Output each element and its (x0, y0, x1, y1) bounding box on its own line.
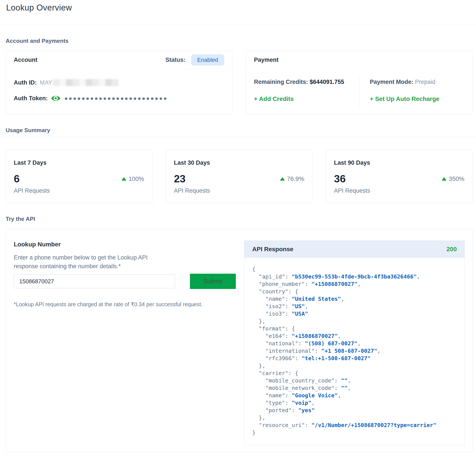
remaining-credits-line: Remaining Credits: $644091.755 (254, 79, 351, 85)
trend-up-icon (280, 177, 285, 181)
try-api-card: Lookup Number Enter a phone number below… (6, 229, 473, 452)
account-payment-row: Account Status: Enabled Auth ID: MAY Aut… (6, 51, 473, 115)
add-credits-button[interactable]: + Add Credits (254, 95, 294, 102)
section-label-usage-summary: Usage Summary (6, 127, 473, 134)
account-card-title: Account (14, 57, 37, 63)
account-status: Status: Enabled (165, 54, 224, 66)
pricing-note: *Lookup API requests are charged at the … (14, 301, 244, 308)
payment-card: Payment Remaining Credits: $644091.755 +… (246, 51, 473, 115)
payment-card-body: Remaining Credits: $644091.755 + Add Cre… (246, 69, 472, 108)
usage-card-unit: API Requests (334, 187, 464, 194)
api-response-json: { "api_id": "b530ec99-553b-4fde-9bcb-4f3… (244, 258, 465, 436)
lookup-form-description: Enter a phone number below to get the Lo… (14, 253, 169, 271)
usage-card-delta-value: 100% (128, 176, 144, 182)
usage-card-title: Last 90 Days (334, 159, 464, 166)
status-label: Status: (165, 57, 186, 63)
payment-card-title: Payment (254, 57, 279, 63)
trend-up-icon (442, 177, 447, 181)
trend-up-icon (121, 177, 126, 181)
usage-card-90-days: Last 90 Days 36 350% API Requests (326, 150, 473, 203)
payment-card-header: Payment (246, 51, 472, 69)
remaining-credits-value: $644091.755 (310, 79, 344, 85)
submit-button[interactable]: Submit (190, 274, 236, 289)
auth-id-label: Auth ID: (14, 79, 37, 86)
payment-mode-label: Payment Mode: (370, 79, 414, 85)
main-content: Account and Payments Account Status: Ena… (0, 38, 476, 452)
auth-token-row: Auth Token: ●●●●●●●●●●●●●●●●●●●●●●●● (14, 94, 224, 102)
usage-card-30-days: Last 30 Days 23 76.9% API Requests (166, 150, 313, 203)
section-label-try-api: Try the API (6, 216, 473, 222)
payment-mode-column: Payment Mode: Prepaid + Set Up Auto Rech… (359, 75, 472, 108)
reveal-token-eye-icon[interactable] (51, 94, 61, 102)
auth-id-row: Auth ID: MAY (14, 79, 224, 86)
usage-cards-row: Last 7 Days 6 100% API Requests Last 30 … (6, 150, 473, 203)
auth-id-redacted-block (53, 79, 119, 86)
setup-auto-recharge-button[interactable]: + Set Up Auto Recharge (370, 95, 440, 102)
account-card-body: Auth ID: MAY Auth Token: ●●●●●●●●●●●●●●●… (6, 69, 232, 102)
page-header: Lookup Overview (0, 0, 476, 25)
section-label-account-payments: Account and Payments (6, 38, 473, 44)
usage-card-title: Last 7 Days (14, 159, 144, 166)
usage-card-value: 36 (334, 173, 346, 185)
usage-divider (0, 137, 476, 137)
http-status-code: 200 (447, 246, 457, 253)
credits-column: Remaining Credits: $644091.755 + Add Cre… (246, 75, 359, 108)
usage-card-title: Last 30 Days (174, 159, 305, 166)
usage-card-unit: API Requests (174, 187, 305, 194)
page-title: Lookup Overview (6, 3, 470, 12)
lookup-form: Lookup Number Enter a phone number below… (6, 229, 244, 452)
auth-token-masked: ●●●●●●●●●●●●●●●●●●●●●●●● (64, 95, 168, 102)
status-badge: Enabled (191, 54, 224, 66)
api-response-panel: API Response 200 { "api_id": "b530ec99-5… (244, 241, 465, 445)
remaining-credits-label: Remaining Credits: (254, 79, 308, 85)
usage-card-delta-value: 350% (449, 176, 464, 182)
lookup-form-title: Lookup Number (14, 241, 244, 248)
api-response-title: API Response (252, 246, 293, 253)
usage-card-delta: 350% (442, 176, 464, 182)
auth-token-label: Auth Token: (14, 95, 48, 102)
usage-card-value: 6 (14, 173, 20, 185)
account-card-header: Account Status: Enabled (6, 51, 232, 69)
account-card: Account Status: Enabled Auth ID: MAY Aut… (6, 51, 232, 115)
usage-card-unit: API Requests (14, 187, 144, 194)
phone-number-input[interactable] (14, 274, 175, 288)
usage-card-delta: 76.9% (280, 176, 304, 182)
usage-card-value: 23 (174, 173, 186, 185)
usage-card-delta-value: 76.9% (287, 176, 304, 182)
usage-card-7-days: Last 7 Days 6 100% API Requests (6, 150, 152, 203)
auth-id-value: MAY (40, 79, 52, 86)
payment-mode-value: Prepaid (415, 79, 435, 85)
payment-mode-line: Payment Mode: Prepaid (370, 79, 464, 85)
usage-card-delta: 100% (121, 176, 144, 182)
api-response-header: API Response 200 (244, 241, 465, 258)
